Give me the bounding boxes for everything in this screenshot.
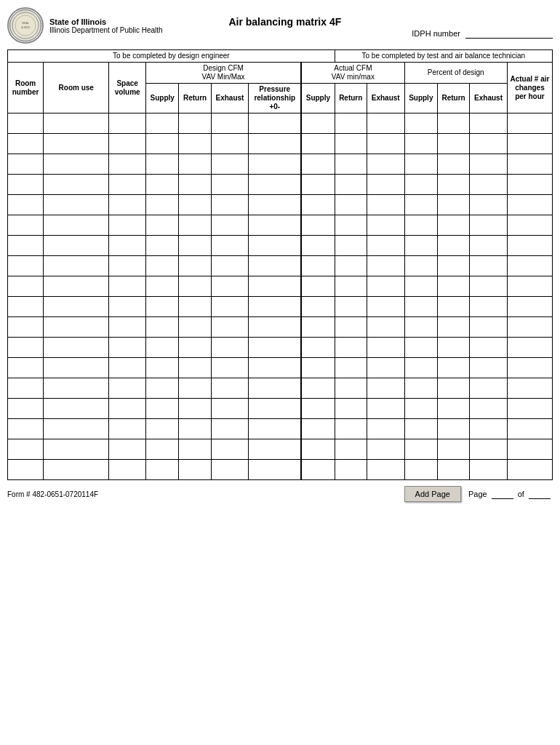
cell-row17-col4 [179,460,211,480]
col-header-room-number: Room number [8,63,44,113]
cell-row13-col2 [109,378,146,399]
cell-row9-col10 [404,297,437,317]
cell-row2-col3 [146,154,179,175]
cell-row10-col8 [335,317,367,338]
actual-cfm-header: Actual CFM VAV min/max [301,63,404,84]
cell-row4-col6 [249,195,301,215]
cell-row3-col9 [367,175,404,195]
cell-row17-col7 [301,460,335,480]
cell-row3-col13 [507,175,552,195]
cell-row17-col8 [335,460,367,480]
cell-row11-col9 [367,338,404,358]
cell-row11-col6 [249,338,301,358]
table-row [8,338,553,358]
cell-row11-col7 [301,338,335,358]
cell-row0-col0 [8,113,44,134]
cell-row10-col6 [249,317,301,338]
table-row [8,317,553,338]
cell-row14-col7 [301,399,335,419]
idph-label: IDPH number [412,29,460,38]
cell-row12-col8 [335,358,367,378]
cell-row11-col0 [8,338,44,358]
col-header-room-use: Room use [44,63,109,113]
cell-row10-col13 [507,317,552,338]
idph-number-line [465,29,553,39]
cell-row4-col5 [211,195,249,215]
cell-row2-col13 [507,154,552,175]
cell-row8-col1 [44,276,109,297]
cell-row2-col11 [438,154,470,175]
cell-row13-col13 [507,378,552,399]
cell-row15-col7 [301,419,335,439]
col-header-return1: Return [179,84,211,113]
svg-text:ILLINOIS: ILLINOIS [21,26,30,29]
cell-row3-col3 [146,175,179,195]
cell-row5-col1 [44,215,109,236]
cell-row11-col1 [44,338,109,358]
cell-row14-col13 [507,399,552,419]
cell-row2-col0 [8,154,44,175]
table-row [8,113,553,134]
cell-row11-col3 [146,338,179,358]
cell-row8-col12 [470,276,508,297]
cell-row0-col5 [211,113,249,134]
cell-row5-col8 [335,215,367,236]
cell-row7-col3 [146,256,179,276]
main-table: To be completed by design engineer To be… [7,49,553,480]
cell-row5-col12 [470,215,508,236]
page-title: Air balancing matrix 4F [163,7,407,28]
cell-row9-col13 [507,297,552,317]
cell-row10-col11 [438,317,470,338]
cell-row12-col13 [507,358,552,378]
cell-row3-col4 [179,175,211,195]
cell-row16-col4 [179,439,211,460]
col-header-actual-air-changes: Actual # air changes per hour [507,63,552,113]
page-number [492,490,513,499]
cell-row8-col5 [211,276,249,297]
cell-row4-col9 [367,195,404,215]
cell-row12-col7 [301,358,335,378]
cell-row2-col4 [179,154,211,175]
cell-row16-col0 [8,439,44,460]
cell-row6-col6 [249,236,301,256]
col-header-exhaust1: Exhaust [211,84,249,113]
cell-row10-col9 [367,317,404,338]
cell-row9-col1 [44,297,109,317]
cell-row12-col9 [367,358,404,378]
cell-row2-col12 [470,154,508,175]
cell-row3-col10 [404,175,437,195]
cell-row0-col8 [335,113,367,134]
cell-row3-col6 [249,175,301,195]
cell-row4-col7 [301,195,335,215]
cell-row2-col1 [44,154,109,175]
cell-row6-col7 [301,236,335,256]
cell-row15-col1 [44,419,109,439]
table-row [8,215,553,236]
cell-row5-col9 [367,215,404,236]
cell-row17-col1 [44,460,109,480]
cell-row11-col8 [335,338,367,358]
cell-row14-col0 [8,399,44,419]
cell-row11-col5 [211,338,249,358]
cell-row9-col3 [146,297,179,317]
cell-row13-col7 [301,378,335,399]
design-engineer-header: To be completed by design engineer [8,50,335,63]
cell-row3-col1 [44,175,109,195]
cell-row6-col10 [404,236,437,256]
cell-row14-col12 [470,399,508,419]
cell-row0-col11 [438,113,470,134]
cell-row13-col12 [470,378,508,399]
cell-row15-col13 [507,419,552,439]
cell-row7-col5 [211,256,249,276]
cell-row11-col12 [470,338,508,358]
cell-row7-col1 [44,256,109,276]
cell-row16-col2 [109,439,146,460]
add-page-button[interactable]: Add Page [404,486,461,502]
svg-point-0 [12,12,39,39]
cell-row8-col13 [507,276,552,297]
cell-row3-col12 [470,175,508,195]
cell-row7-col8 [335,256,367,276]
cell-row15-col2 [109,419,146,439]
table-row [8,460,553,480]
cell-row13-col9 [367,378,404,399]
